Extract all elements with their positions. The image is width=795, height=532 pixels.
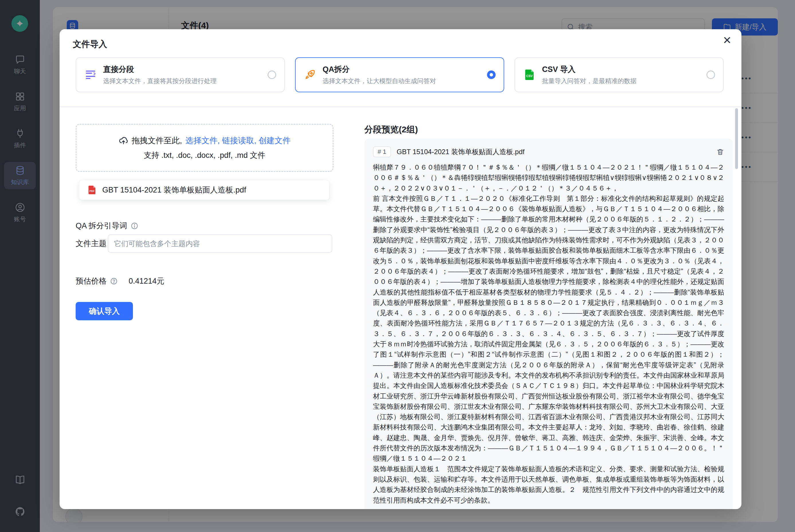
pdf-file-icon: PDF bbox=[87, 185, 97, 195]
mode-title: QA拆分 bbox=[323, 64, 436, 75]
rocket-icon bbox=[304, 69, 316, 81]
file-dropzone[interactable]: 拖拽文件至此, 选择文件, 链接读取, 创建文件 支持 .txt, .doc, … bbox=[76, 124, 334, 172]
dropzone-text: 拖拽文件至此, bbox=[132, 135, 182, 146]
trash-icon bbox=[716, 148, 724, 156]
chunk-preview-card: # 1 GBT 15104-2021 装饰单板贴面人造板.pdf 犐犆犛７９．０… bbox=[364, 139, 733, 509]
mode-desc: 批量导入问答对，是最精准的数据 bbox=[542, 77, 637, 86]
uploaded-file-name: GBT 15104-2021 装饰单板贴面人造板.pdf bbox=[102, 185, 246, 195]
confirm-import-button[interactable]: 确认导入 bbox=[76, 302, 133, 320]
dropzone-support-text: 支持 .txt, .doc, .docx, .pdf, .md 文件 bbox=[144, 150, 266, 160]
mode-title: 直接分段 bbox=[103, 64, 216, 75]
mode-title: CSV 导入 bbox=[542, 64, 637, 75]
csv-file-icon: CSV bbox=[523, 69, 536, 81]
mode-radio[interactable] bbox=[268, 71, 276, 79]
price-row: 预估价格 0.41214元 bbox=[76, 274, 165, 288]
price-value: 0.41214元 bbox=[129, 276, 165, 286]
cloud-upload-icon bbox=[119, 136, 128, 146]
uploaded-file-item[interactable]: PDF GBT 15104-2021 装饰单板贴面人造板.pdf bbox=[79, 180, 329, 200]
topic-input[interactable] bbox=[108, 234, 332, 253]
chunk-file-name: GBT 15104-2021 装饰单板贴面人造板.pdf bbox=[397, 147, 711, 156]
qa-prompt-label: QA 拆分引导词 bbox=[76, 221, 127, 231]
mode-radio[interactable] bbox=[706, 71, 715, 79]
qa-prompt-row: QA 拆分引导词 bbox=[76, 221, 138, 231]
segment-icon bbox=[84, 69, 97, 81]
info-icon[interactable] bbox=[131, 222, 138, 230]
delete-chunk-button[interactable] bbox=[716, 148, 724, 156]
close-icon[interactable]: × bbox=[723, 33, 731, 47]
mode-desc: 选择文本文件，让大模型自动生成问答对 bbox=[323, 77, 436, 86]
svg-text:CSV: CSV bbox=[526, 74, 533, 78]
topic-row: 文件主题 bbox=[76, 234, 332, 253]
modal-title: 文件导入 bbox=[73, 38, 107, 50]
file-import-modal: 文件导入 × 直接分段 选择文本文件，直接将其按分段进行处理 QA拆分 选择文本… bbox=[60, 29, 741, 509]
preview-heading: 分段预览(2组) bbox=[364, 124, 418, 135]
mode-card-direct-segment[interactable]: 直接分段 选择文本文件，直接将其按分段进行处理 bbox=[76, 57, 285, 92]
mode-radio-checked[interactable] bbox=[487, 71, 496, 79]
dropzone-links[interactable]: 选择文件, 链接读取, 创建文件 bbox=[185, 135, 290, 146]
modal-scrollbar-thumb[interactable] bbox=[735, 108, 738, 169]
topic-label: 文件主题 bbox=[76, 239, 108, 249]
mode-card-qa-split[interactable]: QA拆分 选择文本文件，让大模型自动生成问答对 bbox=[295, 57, 504, 92]
mode-card-csv-import[interactable]: CSV CSV 导入 批量导入问答对，是最精准的数据 bbox=[514, 57, 724, 92]
price-label: 预估价格 bbox=[76, 276, 107, 286]
chunk-text: 犐犆犛７９．０６０犆犆犛犅７０！＂＃＄％＆＇（）＊犌犅／犜１５１０４—２０２１！… bbox=[373, 162, 724, 506]
svg-text:PDF: PDF bbox=[89, 190, 95, 192]
chunk-index-badge: # 1 bbox=[373, 146, 391, 157]
help-icon[interactable] bbox=[110, 277, 118, 285]
import-mode-cards: 直接分段 选择文本文件，直接将其按分段进行处理 QA拆分 选择文本文件，让大模型… bbox=[76, 57, 724, 92]
mode-desc: 选择文本文件，直接将其按分段进行处理 bbox=[103, 77, 216, 86]
modal-divider bbox=[60, 107, 741, 107]
